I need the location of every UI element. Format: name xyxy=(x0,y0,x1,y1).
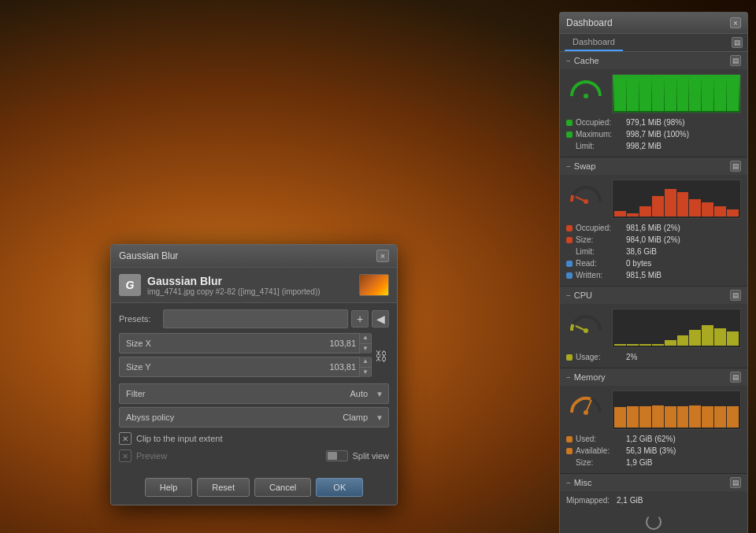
ok-button[interactable]: OK xyxy=(316,478,363,497)
cache-stats: Occupied:979,1 MiB (98%) Maximum:998,7 M… xyxy=(566,117,741,152)
clip-checkbox[interactable]: ✕ xyxy=(119,432,132,445)
memory-collapse-icon[interactable]: − xyxy=(566,373,571,382)
cpu-gauge xyxy=(566,309,606,348)
size-x-label: Size X xyxy=(120,339,320,348)
split-view-toggle[interactable] xyxy=(326,450,348,461)
cache-section: − Cache ▤ xyxy=(560,52,747,157)
cache-label: Cache xyxy=(574,56,599,65)
dialog-plugin-name: Gaussian Blur xyxy=(147,275,321,287)
filter-value: Auto xyxy=(346,389,371,398)
preview-checkbox[interactable]: ✕ xyxy=(119,450,132,462)
size-y-spinbox: ▲ ▼ xyxy=(359,357,371,377)
cpu-label: CPU xyxy=(574,291,592,300)
svg-line-7 xyxy=(586,400,591,413)
cpu-content: Usage:2% xyxy=(560,304,747,368)
cache-gauge-row xyxy=(566,74,741,113)
swap-content: Occupied:981,6 MiB (2%) Size:984,0 MiB (… xyxy=(560,175,747,286)
swap-label: Swap xyxy=(574,161,596,171)
presets-select[interactable] xyxy=(163,309,348,328)
cache-section-header: − Cache ▤ xyxy=(560,52,747,69)
size-y-label: Size Y xyxy=(120,362,320,372)
memory-bar-chart xyxy=(612,390,741,430)
swap-gauge xyxy=(566,180,606,219)
memory-content: Used:1,2 GiB (62%) Available:56,3 MiB (3… xyxy=(560,386,747,473)
split-view-row: Split view xyxy=(326,450,389,461)
dialog-title: Gaussian Blur xyxy=(119,250,178,261)
misc-section-icon[interactable]: ▤ xyxy=(730,477,741,488)
size-x-down[interactable]: ▼ xyxy=(360,344,371,354)
memory-section-icon[interactable]: ▤ xyxy=(730,372,741,383)
memory-label: Memory xyxy=(574,372,606,382)
preview-left: ✕ Preview xyxy=(119,450,167,462)
memory-section: − Memory ▤ xyxy=(560,368,747,474)
swap-collapse-icon[interactable]: − xyxy=(566,162,571,171)
mipmapped-row: Mipmapped: 2,1 GiB xyxy=(566,496,741,505)
swap-stats: Occupied:981,6 MiB (2%) Size:984,0 MiB (… xyxy=(566,222,741,281)
misc-collapse-icon[interactable]: − xyxy=(566,479,571,487)
dialog-close-button[interactable]: × xyxy=(376,250,389,262)
clip-label: Clip to the input extent xyxy=(136,434,222,443)
filter-label: Filter xyxy=(120,389,346,398)
cpu-section: − CPU ▤ xyxy=(560,287,747,368)
svg-point-1 xyxy=(584,94,588,98)
cpu-collapse-icon[interactable]: − xyxy=(566,291,571,300)
size-xy-params: Size X 103,81 ▲ ▼ Size Y 103,81 ▲ ▼ xyxy=(119,333,372,380)
memory-header-left: − Memory xyxy=(566,372,606,382)
misc-section: − Misc ▤ Mipmapped: 2,1 GiB xyxy=(560,474,747,533)
abyss-dropdown-arrow[interactable]: ▼ xyxy=(371,413,388,422)
abyss-label: Abyss policy xyxy=(120,413,339,422)
preview-label: Preview xyxy=(136,451,167,461)
dashboard-titlebar: Dashboard × xyxy=(560,13,747,34)
chain-link-icon[interactable]: ⛓ xyxy=(373,336,389,377)
size-y-row: Size Y 103,81 ▲ ▼ xyxy=(119,357,372,377)
cpu-section-icon[interactable]: ▤ xyxy=(730,290,741,301)
gaussian-blur-dialog: Gaussian Blur × G Gaussian Blur img_4741… xyxy=(110,244,398,505)
memory-stats: Used:1,2 GiB (62%) Available:56,3 MiB (3… xyxy=(566,433,741,468)
dashboard-panel: Dashboard × Dashboard ▤ − Cache ▤ xyxy=(559,12,748,533)
cache-gauge xyxy=(566,74,606,113)
filter-row: Filter Auto ▼ xyxy=(119,383,389,404)
presets-add-button[interactable]: + xyxy=(351,310,369,328)
svg-line-5 xyxy=(576,326,586,331)
size-y-value[interactable]: 103,81 xyxy=(320,362,359,372)
misc-section-header: − Misc ▤ xyxy=(560,474,747,491)
abyss-row: Abyss policy Clamp ▼ xyxy=(119,407,389,428)
dialog-logo: G xyxy=(119,274,141,296)
memory-gauge-row xyxy=(566,390,741,430)
reset-button[interactable]: Reset xyxy=(197,478,250,497)
cpu-gauge-row xyxy=(566,309,741,348)
cancel-button[interactable]: Cancel xyxy=(254,478,311,497)
preview-row: ✕ Preview Split view xyxy=(119,450,389,462)
size-x-value[interactable]: 103,81 xyxy=(320,339,359,348)
refresh-button[interactable] xyxy=(646,514,662,530)
clip-checkbox-row: ✕ Clip to the input extent xyxy=(119,431,389,446)
cache-section-icon[interactable]: ▤ xyxy=(730,55,741,66)
cache-header-left: − Cache xyxy=(566,56,599,65)
cpu-header-left: − CPU xyxy=(566,291,592,300)
help-button[interactable]: Help xyxy=(145,478,193,497)
dashboard-title: Dashboard xyxy=(566,17,613,28)
swap-header-left: − Swap xyxy=(566,161,595,171)
cpu-stats: Usage:2% xyxy=(566,351,741,363)
cache-bar-chart xyxy=(612,74,741,113)
size-x-row: Size X 103,81 ▲ ▼ xyxy=(119,333,372,353)
dialog-thumbnail xyxy=(359,274,389,296)
dashboard-tab-bar: Dashboard ▤ xyxy=(560,34,747,52)
filter-dropdown-arrow[interactable]: ▼ xyxy=(371,390,388,398)
size-x-up[interactable]: ▲ xyxy=(360,333,371,344)
dialog-body: Presets: + ◀ Size X 103,81 ▲ ▼ Size Y xyxy=(111,303,397,473)
presets-save-button[interactable]: ◀ xyxy=(372,310,389,328)
dashboard-tab-icon[interactable]: ▤ xyxy=(732,37,743,48)
misc-header-left: − Misc xyxy=(566,478,591,487)
dialog-footer: Help Reset Cancel OK xyxy=(111,473,397,505)
cache-collapse-icon[interactable]: − xyxy=(566,57,571,65)
dashboard-close-button[interactable]: × xyxy=(730,17,741,28)
dashboard-tab[interactable]: Dashboard xyxy=(565,34,623,51)
swap-section-header: − Swap ▤ xyxy=(560,157,747,175)
size-y-down[interactable]: ▼ xyxy=(360,368,371,378)
size-y-up[interactable]: ▲ xyxy=(360,357,371,368)
swap-section-icon[interactable]: ▤ xyxy=(730,161,741,172)
cache-content: Occupied:979,1 MiB (98%) Maximum:998,7 M… xyxy=(560,69,747,157)
size-x-spinbox: ▲ ▼ xyxy=(359,333,371,353)
svg-line-3 xyxy=(576,197,586,202)
